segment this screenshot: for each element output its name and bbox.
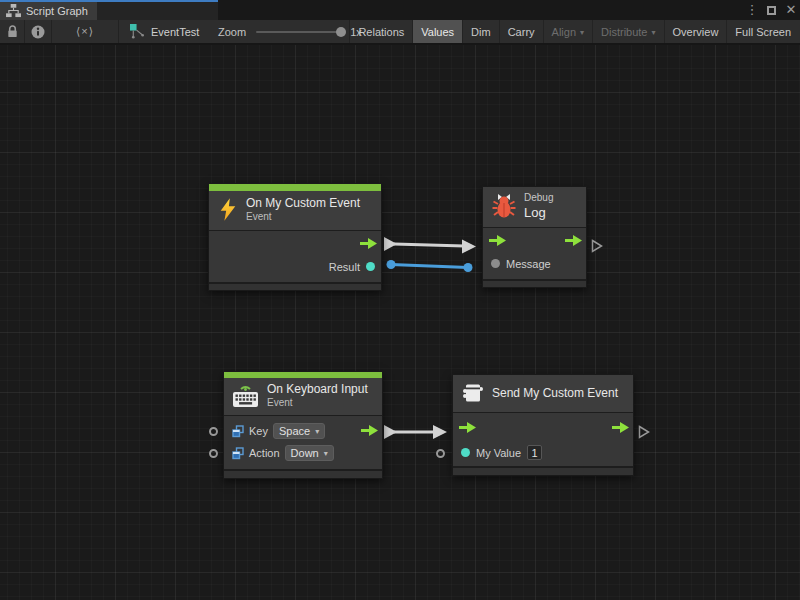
- debug-bug-icon: [492, 193, 516, 219]
- unconnected-value-port[interactable]: [209, 449, 218, 458]
- node-header: Send My Custom Event: [453, 375, 633, 413]
- message-value-port[interactable]: [491, 259, 500, 268]
- action-port-label: Action: [249, 447, 280, 459]
- tab-script-graph[interactable]: Script Graph: [0, 2, 97, 20]
- edit-source-button[interactable]: ⟨×⟩: [52, 20, 118, 43]
- graph-name: EventTest: [151, 26, 199, 38]
- toolbar-separator: [118, 20, 119, 43]
- info-button[interactable]: [25, 20, 51, 43]
- flow-output-port[interactable]: [565, 235, 582, 246]
- unconnected-flow-arrow[interactable]: [638, 425, 650, 439]
- key-dropdown[interactable]: Space ▾: [273, 423, 325, 439]
- node-on-my-custom-event[interactable]: On My Custom Event Event Result: [208, 183, 382, 291]
- overview-button[interactable]: Overview: [664, 20, 727, 43]
- keyboard-icon: [232, 384, 259, 408]
- node-title: On My Custom Event: [246, 196, 360, 211]
- code-icon: ⟨×⟩: [76, 25, 94, 38]
- message-port-label: Message: [506, 258, 551, 270]
- graph-icon: [6, 4, 21, 18]
- node-footer: [224, 469, 382, 478]
- chevron-down-icon: ▾: [315, 427, 319, 436]
- node-subtitle: Event: [267, 397, 368, 410]
- lightning-bolt-icon: [218, 197, 238, 222]
- node-footer: [453, 466, 633, 475]
- flow-input-port[interactable]: [459, 422, 476, 433]
- unconnected-value-port[interactable]: [436, 449, 445, 458]
- lock-button[interactable]: [0, 20, 24, 43]
- chevron-down-icon: ▾: [652, 28, 656, 37]
- zoom-slider-knob[interactable]: [336, 27, 346, 37]
- custom-event-icon: [462, 383, 484, 404]
- dim-button[interactable]: Dim: [462, 20, 499, 43]
- values-button[interactable]: Values: [412, 20, 462, 43]
- node-subtitle: Event: [246, 211, 360, 224]
- event-accent-bar: [209, 184, 381, 191]
- toolbar: ⟨×⟩ EventTest Zoom 1x Relations Values: [0, 20, 800, 45]
- chevron-down-icon: ▾: [324, 449, 328, 458]
- result-output-row: Result: [329, 261, 375, 273]
- node-title: Send My Custom Event: [492, 386, 618, 401]
- node-header: On My Custom Event Event: [209, 191, 381, 231]
- flow-input-port[interactable]: [489, 235, 506, 246]
- tab-title: Script Graph: [26, 5, 88, 17]
- fullscreen-button[interactable]: Full Screen: [726, 20, 799, 43]
- maximize-icon[interactable]: [767, 6, 776, 15]
- flow-output-port[interactable]: [360, 238, 377, 249]
- carry-button[interactable]: Carry: [499, 20, 543, 43]
- more-menu-icon[interactable]: ⋮: [745, 0, 759, 20]
- toolbar-buttons: Relations Values Dim Carry Align ▾ Distr…: [349, 20, 799, 43]
- action-input-row: Action Down ▾: [224, 443, 382, 464]
- unconnected-flow-arrow[interactable]: [591, 239, 603, 253]
- node-title: On Keyboard Input: [267, 382, 368, 397]
- node-footer: [483, 279, 586, 287]
- my-value-label: My Value: [476, 447, 521, 459]
- script-graph-window: Script Graph ⋮ ✕ ⟨×⟩: [0, 0, 800, 600]
- node-body: Key Space ▾ Action Down ▾: [224, 416, 382, 469]
- my-value-port[interactable]: [461, 448, 470, 457]
- info-icon: [31, 25, 45, 39]
- distribute-dropdown[interactable]: Distribute ▾: [592, 20, 663, 43]
- action-dropdown[interactable]: Down ▾: [285, 445, 334, 461]
- node-header: Debug Log: [483, 187, 586, 228]
- unconnected-value-port[interactable]: [209, 427, 218, 436]
- result-port-label: Result: [329, 261, 360, 273]
- titlebar: Script Graph ⋮ ✕: [0, 0, 800, 20]
- lock-icon: [6, 24, 19, 39]
- align-dropdown[interactable]: Align ▾: [543, 20, 592, 43]
- zoom-label: Zoom: [218, 26, 246, 38]
- node-body: Message: [483, 228, 586, 279]
- graph-reference-button[interactable]: EventTest: [130, 20, 199, 43]
- node-header: On Keyboard Input Event: [224, 378, 382, 416]
- graph-canvas[interactable]: [0, 45, 800, 600]
- node-title: Log: [524, 205, 553, 221]
- node-on-keyboard-input[interactable]: On Keyboard Input Event Key Space ▾: [223, 371, 383, 479]
- message-input-row: Message: [491, 258, 551, 270]
- flow-output-port[interactable]: [361, 425, 378, 436]
- window-controls: ⋮ ✕: [745, 0, 798, 20]
- key-input-row: Key Space ▾: [224, 421, 382, 442]
- key-port-label: Key: [249, 425, 268, 437]
- node-body: My Value 1: [453, 413, 633, 466]
- zoom-slider[interactable]: [256, 31, 342, 33]
- my-value-field[interactable]: 1: [527, 445, 542, 460]
- zoom-control: Zoom 1x: [218, 20, 362, 43]
- node-body: Result: [209, 231, 381, 282]
- my-value-input-row: My Value 1: [461, 445, 542, 460]
- relations-button[interactable]: Relations: [349, 20, 412, 43]
- result-value-port[interactable]: [366, 262, 375, 271]
- node-send-my-custom-event[interactable]: Send My Custom Event My Value 1: [452, 374, 634, 476]
- node-surtitle: Debug: [524, 192, 553, 205]
- node-footer: [209, 282, 381, 290]
- chevron-down-icon: ▾: [580, 28, 584, 37]
- graph-asset-icon: [130, 24, 145, 39]
- node-debug-log[interactable]: Debug Log Message: [482, 186, 587, 288]
- inline-value-icon: [232, 447, 244, 460]
- inline-value-icon: [232, 425, 244, 438]
- flow-output-port[interactable]: [612, 422, 629, 433]
- close-icon[interactable]: ✕: [784, 0, 798, 20]
